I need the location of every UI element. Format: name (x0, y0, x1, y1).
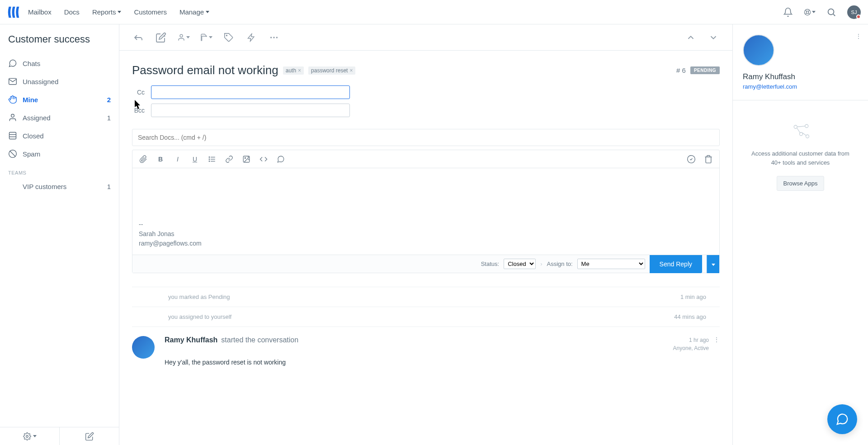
brand-logo[interactable] (7, 6, 20, 19)
help-beacon-button[interactable] (827, 404, 857, 434)
sidebar: Customer success ChatsUnassignedMine2Ass… (0, 24, 119, 445)
conversation-number: # 6 (676, 66, 686, 74)
send-options-dropdown[interactable] (707, 255, 719, 273)
sidebar-item-unassigned[interactable]: Unassigned (0, 72, 119, 90)
chevron-right-icon: › (540, 260, 542, 267)
note-icon[interactable] (155, 31, 167, 44)
email-icon (8, 77, 17, 86)
archive-icon (8, 131, 17, 140)
sidebar-item-assigned[interactable]: Assigned1 (0, 109, 119, 127)
sidebar-team-item[interactable]: VIP customers1 (0, 178, 119, 195)
hand-icon (8, 95, 17, 104)
assign-label: Assign to: (547, 260, 573, 267)
nav-manage[interactable]: Manage (179, 8, 209, 16)
sidebar-item-chats[interactable]: Chats (0, 54, 119, 72)
nav-customers[interactable]: Customers (134, 8, 167, 16)
avatar-initials: SJ (851, 9, 857, 15)
sidebar-item-count: 1 (107, 114, 111, 122)
customer-name: Ramy Khuffash (743, 72, 858, 81)
reply-editor: B I U -- (132, 150, 720, 273)
attachment-icon[interactable] (139, 155, 148, 164)
status-flag-icon[interactable] (200, 31, 212, 44)
signature-name: Sarah Jonas (139, 229, 713, 239)
sidebar-item-label: Mine (23, 96, 38, 104)
search-icon[interactable] (826, 6, 837, 18)
sidebar-item-count: 1 (107, 183, 111, 190)
new-conversation-button[interactable] (59, 427, 119, 445)
assign-select[interactable]: Me (577, 259, 645, 269)
workflow-icon[interactable] (245, 31, 258, 44)
cc-input[interactable] (151, 85, 350, 99)
customer-avatar-large (743, 34, 774, 66)
user-icon (8, 113, 17, 122)
history-item: you marked as Pending 1 min ago (132, 287, 720, 307)
sidebar-item-label: Spam (23, 150, 40, 158)
top-nav: Mailbox Docs Reports Customers Manage SJ (0, 0, 868, 24)
status-badge: PENDING (690, 66, 720, 74)
sidebar-item-mine[interactable]: Mine2 (0, 90, 119, 109)
tag-chip[interactable]: auth× (283, 66, 304, 75)
conversation-subject: Password email not working (132, 63, 278, 77)
nav-docs[interactable]: Docs (64, 8, 80, 16)
bcc-label: Bcc (132, 107, 145, 114)
prev-convo-icon[interactable] (684, 31, 697, 44)
svg-point-1 (806, 11, 808, 13)
sidebar-item-spam[interactable]: Spam (0, 145, 119, 163)
svg-point-19 (209, 156, 210, 157)
message-body: Hey y'all, the password reset is not wor… (165, 359, 720, 366)
svg-point-12 (226, 35, 227, 36)
bcc-input[interactable] (151, 104, 350, 117)
message-time: 1 hr ago (673, 336, 709, 344)
nav-mailbox[interactable]: Mailbox (28, 8, 52, 16)
code-icon[interactable] (259, 155, 268, 164)
svg-point-11 (180, 34, 183, 37)
nav-reports[interactable]: Reports (92, 8, 122, 16)
tag-icon[interactable] (222, 31, 235, 44)
settings-dropdown[interactable] (0, 427, 59, 445)
search-docs-input[interactable] (132, 129, 720, 146)
svg-point-14 (273, 37, 274, 38)
editor-textarea[interactable]: -- Sarah Jonas ramy@pageflows.com (132, 168, 719, 255)
saved-reply-icon[interactable] (276, 155, 285, 164)
reply-icon[interactable] (132, 31, 145, 44)
svg-point-4 (11, 114, 14, 118)
your-avatar[interactable]: SJ (847, 5, 861, 19)
assign-icon[interactable] (177, 31, 190, 44)
signature-email: ramy@pageflows.com (139, 239, 713, 248)
insert-emoji-icon[interactable] (687, 155, 696, 164)
sidebar-item-label: Unassigned (23, 78, 58, 85)
sidebar-item-count: 2 (107, 96, 111, 104)
underline-icon[interactable]: U (190, 155, 199, 164)
bold-icon[interactable]: B (156, 155, 165, 164)
customer-options-icon[interactable]: ⋮ (855, 33, 862, 40)
svg-point-15 (276, 37, 278, 38)
message-options-icon[interactable]: ⋮ (713, 336, 720, 352)
browse-apps-button[interactable]: Browse Apps (777, 176, 825, 191)
message-meta: Anyone, Active (673, 344, 709, 352)
tag-remove-icon[interactable]: × (298, 67, 301, 74)
tag-remove-icon[interactable]: × (349, 67, 353, 74)
list-icon[interactable] (208, 155, 217, 164)
bell-icon[interactable] (782, 6, 794, 18)
tag-chip[interactable]: password reset× (308, 66, 355, 75)
presence-dot (856, 14, 861, 19)
mailbox-title: Customer success (0, 24, 119, 54)
svg-point-28 (806, 135, 809, 138)
spam-icon (8, 149, 17, 158)
life-ring-icon[interactable] (804, 6, 816, 18)
sidebar-item-label: VIP customers (23, 183, 66, 190)
delete-draft-icon[interactable] (704, 155, 713, 164)
conversation-toolbar (119, 24, 732, 51)
italic-icon[interactable]: I (173, 155, 182, 164)
next-convo-icon[interactable] (707, 31, 720, 44)
image-icon[interactable] (242, 155, 251, 164)
more-icon[interactable] (268, 31, 280, 44)
svg-point-20 (209, 159, 210, 160)
status-select[interactable]: Closed (504, 259, 536, 269)
sidebar-item-closed[interactable]: Closed (0, 127, 119, 145)
customer-email[interactable]: ramy@letterfuel.com (743, 83, 858, 90)
apps-network-icon (792, 122, 810, 140)
svg-point-26 (805, 124, 808, 128)
send-reply-button[interactable]: Send Reply (650, 255, 702, 273)
link-icon[interactable] (225, 155, 234, 164)
